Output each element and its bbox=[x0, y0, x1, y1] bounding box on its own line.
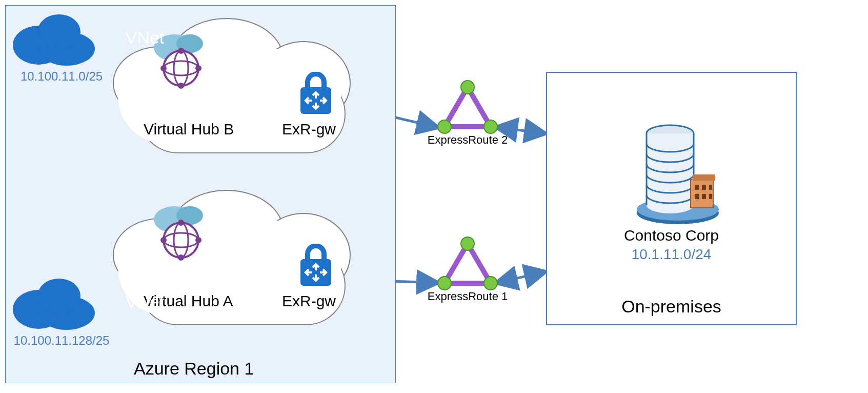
azure-region-label: Azure Region 1 bbox=[134, 359, 254, 379]
svg-rect-50 bbox=[709, 185, 712, 190]
expressroute-gateway-icon bbox=[297, 244, 334, 290]
expressroute-gateway-icon bbox=[297, 72, 334, 118]
on-premises-box: Contoso Corp 10.1.11.0/24 On-premises bbox=[546, 72, 797, 325]
building-icon bbox=[634, 113, 721, 226]
svg-rect-47 bbox=[693, 174, 715, 181]
cloud-icon bbox=[10, 274, 100, 331]
svg-point-34 bbox=[461, 81, 474, 94]
svg-line-1 bbox=[497, 127, 544, 133]
expressroute-1: ExpressRoute 1 bbox=[437, 236, 498, 298]
svg-rect-49 bbox=[702, 185, 706, 190]
expressroute-icon bbox=[437, 236, 498, 292]
onprem-cidr: 10.1.11.0/24 bbox=[547, 246, 796, 263]
vnet-top-cidr: 10.100.11.0/25 bbox=[10, 69, 113, 84]
svg-point-35 bbox=[438, 120, 451, 133]
expressroute-2: ExpressRoute 2 bbox=[437, 80, 498, 141]
svg-rect-52 bbox=[702, 194, 706, 199]
vnet-bottom-cidr: 10.100.11.128/25 bbox=[10, 333, 113, 348]
vnet-bottom: VNet 10.100.11.128/25 bbox=[10, 274, 100, 331]
svg-rect-46 bbox=[691, 180, 713, 208]
vnet-top: VNet 10.100.11.0/25 bbox=[10, 10, 100, 67]
svg-point-25 bbox=[195, 237, 201, 243]
svg-point-36 bbox=[484, 120, 497, 133]
svg-point-12 bbox=[178, 48, 184, 54]
svg-point-9 bbox=[164, 51, 198, 86]
hub-a-gw-label: ExR-gw bbox=[282, 292, 336, 310]
cloud-icon bbox=[10, 10, 100, 67]
expressroute-1-label: ExpressRoute 1 bbox=[427, 290, 509, 303]
svg-point-24 bbox=[160, 237, 167, 243]
svg-point-15 bbox=[195, 65, 201, 71]
svg-point-40 bbox=[484, 277, 497, 290]
onprem-box-label: On-premises bbox=[547, 297, 796, 317]
svg-point-29 bbox=[37, 14, 80, 49]
virtual-wan-icon bbox=[151, 205, 213, 262]
vnet-bottom-label: VNet bbox=[100, 292, 190, 312]
svg-point-39 bbox=[438, 277, 451, 290]
svg-point-23 bbox=[178, 254, 184, 261]
vnet-top-label: VNet bbox=[100, 28, 190, 48]
svg-point-14 bbox=[160, 65, 167, 71]
svg-line-3 bbox=[497, 272, 544, 283]
svg-point-13 bbox=[178, 83, 184, 89]
svg-point-32 bbox=[37, 279, 80, 313]
onprem-corp-label: Contoso Corp bbox=[547, 227, 796, 244]
svg-point-19 bbox=[164, 223, 198, 258]
svg-point-38 bbox=[461, 237, 474, 250]
svg-rect-51 bbox=[695, 194, 699, 199]
svg-rect-48 bbox=[695, 185, 699, 190]
svg-point-22 bbox=[178, 220, 184, 226]
hub-b-gw-label: ExR-gw bbox=[282, 121, 336, 138]
svg-rect-53 bbox=[709, 194, 712, 199]
expressroute-icon bbox=[437, 80, 498, 136]
virtual-hub-b-label: Virtual Hub B bbox=[144, 121, 234, 138]
expressroute-2-label: ExpressRoute 2 bbox=[427, 133, 509, 147]
